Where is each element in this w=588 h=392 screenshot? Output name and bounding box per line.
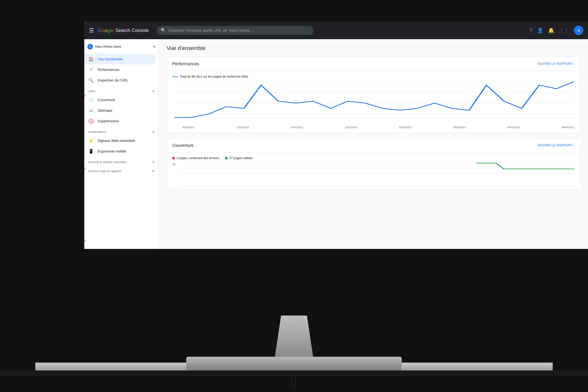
coverage-y-axis: 30 [172,162,180,186]
performances-legend-item: Total de 96 clics sur les pages de reche… [172,75,248,78]
section-ameliorations-label: Améliorations [88,130,106,134]
notifications-icon[interactable]: 🔔 [548,28,554,34]
web-vitals-icon: ⚡ [88,138,94,143]
topbar: ☰ Google Search Console 🔍 Inspecter n'im… [84,22,588,39]
mobile-icon: 📱 [88,149,94,154]
help-icon[interactable]: ? [530,28,532,34]
coverage-icon: 📄 [88,98,94,102]
sidebar-label-sitemaps: Sitemaps [98,108,112,113]
coverage-valid-label: 27 pages valides [229,156,253,160]
sidebar-item-performances[interactable]: ↗ Performances [84,64,156,75]
property-url: https://www.//wwe [95,45,152,48]
search-placeholder-text: Inspecter n'importe quelle URL de 'https… [168,28,253,33]
apps-icon[interactable]: ⋮⋮ [559,28,569,34]
performances-card-body: Total de 96 clics sur les pages de reche… [167,71,580,133]
accounts-icon[interactable]: 👤 [537,28,543,34]
search-console-logo-text: Search Console [116,28,149,33]
error-legend-dot [172,157,175,160]
property-dropdown-icon: ▾ [154,44,156,49]
performances-chart [174,82,574,125]
coverage-chevron-right-icon: › [573,144,574,148]
inspect-icon: 🔍 [88,78,94,83]
sidebar-item-coverage[interactable]: 📄 Couverture [84,95,156,105]
coverage-legend-valid: 27 pages valides [225,156,253,160]
logo-area: Google Search Console [98,28,149,34]
desk-surface [0,370,588,376]
coverage-legend: 0 pages contenant des erreurs 27 pages v… [172,156,574,160]
performances-legend: Total de 96 clics sur les pages de reche… [172,75,574,78]
sidebar-label-overview: Vue d'ensemble [98,57,123,61]
coverage-open-report-link[interactable]: OUVRIR LE RAPPORT › [538,144,574,148]
property-icon: C [88,44,93,50]
performances-open-report-link[interactable]: OUVRIR LE RAPPORT › [538,62,574,66]
trend-icon: ↗ [88,67,94,72]
performances-card: Performances OUVRIR LE RAPPORT › Total d… [166,57,580,133]
section-ameliorations-chevron[interactable]: ∧ [152,130,155,134]
coverage-card-title: Couverture [172,143,194,148]
section-security-label: Sécurité et actions manuelles [88,160,126,164]
monitor-stand-base [186,357,402,370]
x-axis-labels: 08/02/2021 12/02/2021 16/02/2021 20/02/2… [174,125,574,129]
coverage-legend-error: 0 pages contenant des erreurs [172,156,219,160]
home-icon: 🏠 [88,57,94,62]
coverage-card-header: Couverture OUVRIR LE RAPPORT › [167,138,580,152]
section-legacy-chevron[interactable]: ∨ [152,169,155,173]
sidebar-label-coverage: Couverture [98,98,115,102]
sidebar-section-security: Sécurité et actions manuelles ∨ [84,156,158,166]
section-index-label: Index [88,90,96,93]
coverage-chart [182,162,574,186]
coverage-chart-svg [182,162,574,186]
performances-chart-line [174,82,574,118]
performances-legend-line [172,76,178,77]
sidebar-label-url-inspection: Inspection de l'URL [98,78,128,82]
app-window: ☰ Google Search Console 🔍 Inspecter n'im… [84,22,588,249]
chevron-right-icon: › [573,62,574,66]
body-area: C https://www.//wwe ▾ 🏠 Vue d'ensemble ↗… [84,39,588,249]
performances-card-header: Performances OUVRIR LE RAPPORT › [167,57,580,71]
coverage-card: Couverture OUVRIR LE RAPPORT › 0 pages c… [166,138,580,190]
coverage-error-label: 0 pages contenant des erreurs [176,156,219,160]
sidebar-section-ameliorations: Améliorations ∧ [84,126,158,136]
sidebar-label-performances: Performances [98,68,120,72]
search-bar[interactable]: 🔍 Inspecter n'importe quelle URL de 'htt… [157,26,314,35]
sidebar-label-web-vitals: Signaux Web essentiels [98,139,135,143]
performances-legend-label: Total de 96 clics sur les pages de reche… [180,75,248,78]
coverage-card-body: 0 pages contenant des erreurs 27 pages v… [167,152,580,189]
hamburger-icon[interactable]: ☰ [89,27,94,34]
sidebar-item-web-vitals[interactable]: ⚡ Signaux Web essentiels [84,136,156,146]
coverage-chart-line [476,163,575,169]
section-index-chevron[interactable]: ∧ [152,89,155,93]
sidebar-item-sitemaps[interactable]: 🗂 Sitemaps [84,105,156,116]
sidebar-label-mobile: Ergonomie mobile [98,149,126,154]
sitemaps-icon: 🗂 [88,108,94,113]
removals-icon: 🚫 [88,118,94,124]
sidebar-item-removals[interactable]: 🚫 Suppressions [84,116,156,126]
imac-body:  [0,245,588,392]
search-icon: 🔍 [161,28,166,33]
main-content: Vue d'ensemble Performances OUVRIR LE RA… [159,39,588,249]
topbar-right: ? 👤 🔔 ⋮⋮ a [530,26,583,35]
monitor-stand-neck [272,316,316,359]
sidebar-item-overview[interactable]: 🏠 Vue d'ensemble [84,54,156,64]
section-security-chevron[interactable]: ∨ [152,160,155,164]
performances-chart-svg [174,82,574,125]
sidebar: C https://www.//wwe ▾ 🏠 Vue d'ensemble ↗… [84,39,159,249]
sidebar-item-url-inspection[interactable]: 🔍 Inspection de l'URL [84,75,156,86]
avatar[interactable]: a [574,26,583,35]
sidebar-section-index: Index ∧ [84,86,158,95]
valid-legend-dot [225,157,228,160]
performances-card-title: Performances [172,61,199,66]
property-selector[interactable]: C https://www.//wwe ▾ [84,41,158,52]
google-logo-text: Google [98,28,114,34]
section-legacy-label: Anciens outils et rapports [88,169,121,173]
page-title: Vue d'ensemble [166,45,580,51]
sidebar-item-mobile[interactable]: 📱 Ergonomie mobile [84,146,156,156]
sidebar-section-legacy: Anciens outils et rapports ∨ [84,166,158,175]
sidebar-label-removals: Suppressions [98,119,119,123]
